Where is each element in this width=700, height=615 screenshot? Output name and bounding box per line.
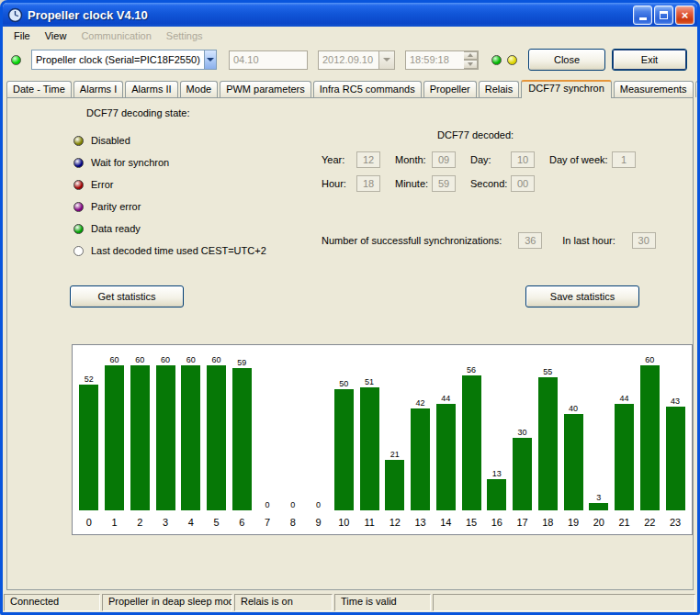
bar-hour-4: 60 <box>178 355 204 510</box>
status-panel-time-is-valid: Time is valid <box>334 594 431 611</box>
field-minute: Minute:59 <box>395 175 456 192</box>
bar-hour-18: 55 <box>536 367 561 510</box>
tab-date-time[interactable]: Date - Time <box>6 81 72 97</box>
window-close-button[interactable]: × <box>675 6 694 25</box>
bar-hour-9: 0 <box>306 500 332 510</box>
tab-propeller[interactable]: Propeller <box>423 81 477 97</box>
tab-pwm-parameters[interactable]: PWM parameters <box>220 81 311 97</box>
bar-hour-21: 44 <box>612 394 638 510</box>
x-axis-label: 11 <box>356 517 382 528</box>
device-select[interactable]: Propeller clock (Serial=PIC18F2550) <box>31 50 217 70</box>
tab-relais[interactable]: Relais <box>479 81 520 97</box>
bar <box>105 365 124 510</box>
bar-hour-0: 52 <box>76 375 102 510</box>
status-led-icon <box>73 180 84 190</box>
bar-value-label: 52 <box>85 375 94 385</box>
x-axis-label: 1 <box>102 517 128 528</box>
field-label: Minute: <box>395 178 432 189</box>
state-label: Wait for synchron <box>91 157 169 168</box>
time-spinner[interactable] <box>464 51 478 69</box>
decoded-row-1: Year:12Month:09Day:10Day of week:1 <box>322 151 636 168</box>
x-axis-label: 6 <box>230 517 255 528</box>
state-option-parity-error[interactable]: Parity error <box>73 196 266 218</box>
time-field[interactable]: 18:59:18 <box>405 50 479 70</box>
field-value: 1 <box>612 151 636 168</box>
bar-hour-11: 51 <box>356 377 382 510</box>
sync-row: Number of successfull synchronizations: … <box>322 232 656 249</box>
x-axis-label: 0 <box>76 517 102 528</box>
chevron-down-icon[interactable] <box>204 50 216 69</box>
status-panel-propeller-in-deap-sleep-mode: Propeller in deap sleep mode <box>102 594 232 611</box>
save-statistics-button[interactable]: Save statistics <box>525 285 639 308</box>
chart-plot: 5260606060605900050512142445613305540344… <box>73 345 692 510</box>
field-value: 00 <box>511 175 535 192</box>
state-option-data-ready[interactable]: Data ready <box>73 218 266 240</box>
window-title: Propeller clock V4.10 <box>28 8 633 22</box>
bar-value-label: 40 <box>569 404 578 414</box>
clock-icon <box>7 7 23 23</box>
close-app-button[interactable]: Close <box>528 49 605 71</box>
tab-mode[interactable]: Mode <box>180 81 219 97</box>
state-label: Parity error <box>91 201 141 212</box>
menu-bar: FileViewCommunicationSettings <box>3 27 697 45</box>
time-value: 18:59:18 <box>406 54 464 65</box>
x-axis-label: 5 <box>204 517 230 528</box>
title-bar[interactable]: Propeller clock V4.10 × <box>3 3 697 27</box>
state-label: Data ready <box>91 223 141 234</box>
bar <box>589 503 608 510</box>
state-option-last-decoded-time-used-cest-utc-2[interactable]: Last decoded time used CEST=UTC+2 <box>73 240 266 262</box>
x-axis-label: 15 <box>458 517 484 528</box>
bar-value-label: 56 <box>467 365 476 375</box>
x-axis-label: 12 <box>382 517 408 528</box>
x-axis-label: 22 <box>638 517 663 528</box>
state-option-wait-for-synchron[interactable]: Wait for synchron <box>73 151 266 173</box>
bar-hour-17: 30 <box>510 428 536 510</box>
bar-value-label: 60 <box>212 355 221 365</box>
version-field[interactable]: 04.10 <box>229 50 308 70</box>
get-statistics-button[interactable]: Get statistics <box>70 285 184 308</box>
exit-button[interactable]: Exit <box>612 49 687 71</box>
tab-alarms-i[interactable]: Alarms I <box>73 81 123 97</box>
state-option-disabled[interactable]: Disabled <box>73 129 266 151</box>
bar-hour-1: 60 <box>102 355 128 510</box>
field-year: Year:12 <box>322 151 380 168</box>
tab-dcf77-synchron[interactable]: DCF77 synchron <box>521 80 612 98</box>
x-axis-label: 9 <box>306 517 332 528</box>
minimize-button[interactable] <box>633 6 652 25</box>
x-axis-label: 13 <box>408 517 434 528</box>
tab-system[interactable]: System <box>695 81 700 97</box>
bar-value-label: 51 <box>365 377 374 387</box>
bar-value-label: 42 <box>416 398 425 408</box>
menu-item-settings[interactable]: Settings <box>159 28 210 43</box>
last-hour-value: 30 <box>632 232 656 249</box>
bar-hour-6: 59 <box>230 358 255 510</box>
bar <box>666 407 685 510</box>
tab-alarms-ii[interactable]: Alarms II <box>125 81 177 97</box>
bar-hour-16: 13 <box>484 469 510 510</box>
field-value: 18 <box>356 175 380 192</box>
date-chevron-down-icon[interactable] <box>378 51 394 69</box>
green-led-icon <box>491 55 502 65</box>
status-panel-relais-is-on: Relais is on <box>234 594 333 611</box>
tab-page-dcf77-synchron: DCF77 decoding state: DisabledWait for s… <box>6 97 694 590</box>
tab-infra-rc5-commands[interactable]: Infra RC5 commands <box>313 81 422 97</box>
x-axis-label: 10 <box>332 517 357 528</box>
date-field[interactable]: 2012.09.10 <box>318 50 395 70</box>
tab-measurements[interactable]: Measurements <box>614 81 694 97</box>
device-select-value: Propeller clock (Serial=PIC18F2550) <box>32 54 204 65</box>
field-second: Second:00 <box>470 175 535 192</box>
menu-item-view[interactable]: View <box>38 28 74 43</box>
state-option-error[interactable]: Error <box>73 173 266 196</box>
status-panel-connected: Connected <box>4 594 100 611</box>
status-led-icon <box>73 158 84 168</box>
date-value: 2012.09.10 <box>319 54 378 65</box>
menu-item-communication[interactable]: Communication <box>73 28 158 43</box>
app-window: Propeller clock V4.10 × FileViewCommunic… <box>0 0 700 615</box>
bar-value-label: 0 <box>265 500 270 510</box>
menu-item-file[interactable]: File <box>6 28 38 43</box>
x-axis-label: 3 <box>152 517 178 528</box>
maximize-button[interactable] <box>654 6 673 25</box>
decoding-state-title: DCF77 decoding state: <box>86 107 190 118</box>
field-label: Year: <box>322 154 356 165</box>
last-hour-label: In last hour: <box>562 235 615 246</box>
